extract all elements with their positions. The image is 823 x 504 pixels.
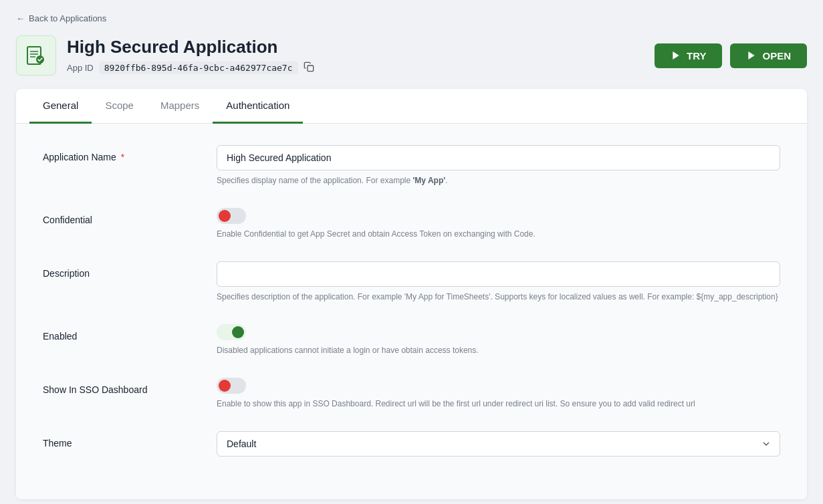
tab-general[interactable]: General	[29, 89, 92, 124]
open-button[interactable]: OPEN	[730, 43, 807, 68]
tab-mappers[interactable]: Mappers	[147, 89, 213, 124]
show-sso-field: Enable to show this app in SSO Dashboard…	[217, 378, 780, 410]
form-area: Application Name * Specifies display nam…	[16, 124, 807, 499]
app-icon	[16, 35, 56, 76]
back-link-label: Back to Applications	[29, 13, 106, 23]
confidential-toggle[interactable]	[217, 208, 246, 224]
required-indicator: *	[121, 152, 124, 162]
try-play-icon	[671, 50, 681, 61]
svg-rect-5	[308, 66, 314, 72]
form-row-description: Description Specifies description of the…	[43, 261, 780, 303]
form-row-confidential: Confidential Enable Confidential to get …	[43, 208, 780, 240]
header-buttons: TRY OPEN	[655, 43, 807, 68]
confidential-label: Confidential	[43, 208, 190, 225]
tab-scope[interactable]: Scope	[92, 89, 147, 124]
tab-authentication[interactable]: Authentication	[213, 89, 303, 124]
enabled-toggle-wrapper	[217, 324, 780, 340]
confidential-toggle-knob	[219, 210, 231, 222]
enabled-field: Disabled applications cannot initiate a …	[217, 324, 780, 356]
show-sso-hint: Enable to show this app in SSO Dashboard…	[217, 398, 780, 410]
form-row-theme: Theme Default Light Dark Custom	[43, 431, 780, 457]
description-hint: Specifies description of the application…	[217, 291, 780, 303]
description-input[interactable]	[217, 261, 780, 287]
app-icon-svg	[25, 45, 47, 66]
show-sso-toggle-knob	[219, 380, 231, 392]
theme-label: Theme	[43, 431, 190, 449]
back-link[interactable]: ← Back to Applications	[16, 13, 807, 23]
confidential-field: Enable Confidential to get App Secret an…	[217, 208, 780, 240]
copy-icon[interactable]	[304, 61, 314, 74]
confidential-hint: Enable Confidential to get App Secret an…	[217, 228, 780, 240]
app-title-section: High Secured Application App ID 8920ffb6…	[67, 37, 314, 74]
confidential-toggle-wrapper	[217, 208, 780, 224]
app-name-hint: Specifies display name of the applicatio…	[217, 174, 780, 186]
open-button-label: OPEN	[762, 50, 791, 61]
app-header: High Secured Application App ID 8920ffb6…	[16, 35, 807, 76]
show-sso-toggle[interactable]	[217, 378, 246, 394]
try-button-label: TRY	[687, 50, 706, 61]
enabled-label: Enabled	[43, 324, 190, 342]
form-row-show-sso: Show In SSO Dashboard Enable to show thi…	[43, 378, 780, 410]
show-sso-toggle-wrapper	[217, 378, 780, 394]
app-name-label: Application Name *	[43, 145, 190, 162]
open-play-icon	[746, 50, 757, 61]
app-header-left: High Secured Application App ID 8920ffb6…	[16, 35, 314, 76]
main-card: General Scope Mappers Authentication App…	[16, 89, 807, 499]
theme-field: Default Light Dark Custom	[217, 431, 780, 457]
app-id-value: 8920ffb6-895d-46fa-9cbc-a462977cae7c	[99, 61, 298, 74]
app-name-input[interactable]	[217, 145, 780, 170]
description-field: Specifies description of the application…	[217, 261, 780, 303]
app-id-label: App ID	[67, 63, 94, 73]
form-row-app-name: Application Name * Specifies display nam…	[43, 145, 780, 186]
back-arrow-icon: ←	[16, 13, 25, 23]
try-button[interactable]: TRY	[655, 43, 722, 68]
page-container: ← Back to Applications High Secured Appl…	[0, 0, 823, 504]
theme-select[interactable]: Default Light Dark Custom	[217, 431, 780, 457]
app-name-field: Specifies display name of the applicatio…	[217, 145, 780, 186]
enabled-toggle-knob	[232, 326, 244, 338]
enabled-toggle[interactable]	[217, 324, 246, 340]
app-title: High Secured Application	[67, 37, 314, 57]
form-row-enabled: Enabled Disabled applications cannot ini…	[43, 324, 780, 356]
tabs: General Scope Mappers Authentication	[16, 89, 807, 124]
description-label: Description	[43, 261, 190, 279]
enabled-hint: Disabled applications cannot initiate a …	[217, 344, 780, 356]
show-sso-label: Show In SSO Dashboard	[43, 378, 190, 395]
svg-marker-6	[673, 51, 679, 59]
svg-marker-7	[749, 51, 755, 59]
app-id-row: App ID 8920ffb6-895d-46fa-9cbc-a462977ca…	[67, 61, 314, 74]
